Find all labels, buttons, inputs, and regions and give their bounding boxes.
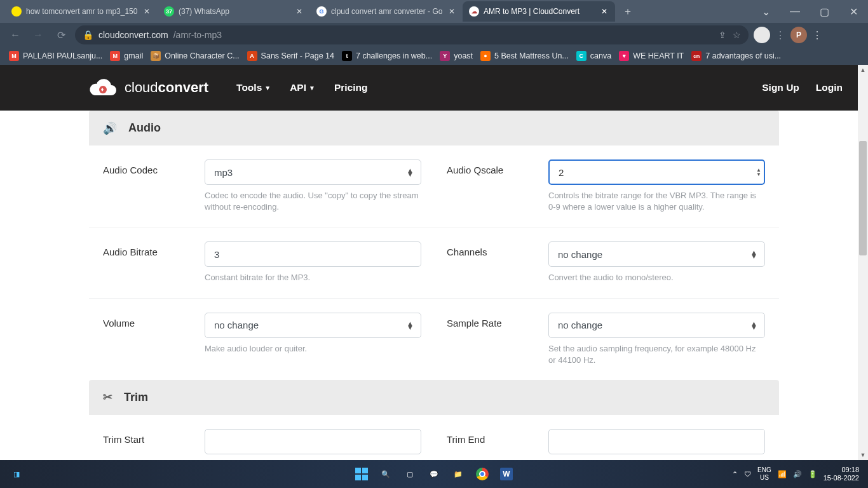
nav-pricing[interactable]: Pricing [334,82,368,93]
volume-select[interactable]: no change [205,313,421,338]
spinner-icon[interactable]: ▲▼ [756,168,761,177]
maximize-button[interactable]: ▢ [810,0,839,23]
browser-chrome: how tomconvert amr to mp3_150 ✕ 37 (37) … [0,0,868,65]
help-channels: Convert the audio to mono/stereo. [548,272,765,283]
address-bar: ← → ⟳ 🔒 cloudconvert.com/amr-to-mp3 ⇪ ☆ … [0,23,868,47]
close-icon[interactable]: ✕ [295,7,304,16]
bookmark-item[interactable]: cm7 advantages of usi... [691,51,781,61]
login-link[interactable]: Login [816,82,843,93]
site-header: cloudconvert Tools ▼ API ▼ Pricing Sign … [0,65,868,111]
svg-rect-3 [355,475,361,480]
tab-title: how tomconvert amr to mp3_150 [26,7,138,16]
forward-button[interactable]: → [29,26,47,44]
site-logo[interactable]: cloudconvert [89,78,208,98]
scissors-icon: ✂ [103,390,112,404]
scroll-thumb[interactable] [859,141,867,255]
help-volume: Make audio louder or quiter. [205,343,421,355]
word-button[interactable]: W [496,464,517,484]
help-sample-rate: Set the audio sampling frequency, for ex… [548,343,765,366]
browser-tab-2[interactable]: G clpud convert amr converter - Go ✕ [310,1,463,22]
bookmark-item[interactable]: Yyoast [440,51,473,61]
close-icon[interactable]: ✕ [600,7,609,16]
chrome-button[interactable] [472,464,492,484]
bookmark-item[interactable]: ♥WE HEART IT [619,51,684,61]
back-button[interactable]: ← [6,26,24,44]
file-explorer-button[interactable]: 📁 [448,464,468,484]
channels-select[interactable]: no change [548,241,765,267]
start-button[interactable] [351,464,372,484]
audio-qscale-input[interactable] [548,159,765,185]
profile-avatar[interactable] [754,27,770,43]
favicon-icon: 37 [164,6,174,17]
tray-chevron-icon[interactable]: ⌃ [732,470,738,478]
widgets-button[interactable]: ◨ [6,464,27,484]
sample-rate-select[interactable]: no change [548,313,765,338]
label-channels: Channels [447,241,548,283]
logo-text: cloudconvert [125,79,208,96]
tray-security-icon[interactable]: 🛡 [744,470,751,478]
label-trim-end: Trim End [447,429,548,460]
language-indicator[interactable]: ENG US [757,466,771,482]
bookmark-item[interactable]: Ccanva [576,51,611,61]
browser-tab-1[interactable]: 37 (37) WhatsApp ✕ [158,1,310,22]
trim-start-input[interactable] [205,429,421,454]
help-audio-codec: Codec to encode the audio. Use "copy" to… [205,190,421,213]
reload-button[interactable]: ⟳ [52,26,70,44]
search-button[interactable]: 🔍 [376,464,396,484]
favicon-icon: ☁ [469,6,479,17]
audio-bitrate-input[interactable] [205,241,421,267]
url-path: /amr-to-mp3 [173,30,222,40]
task-view-button[interactable]: ▢ [400,464,420,484]
wifi-icon[interactable]: 📶 [778,470,787,478]
tab-title: AMR to MP3 | CloudConvert [484,7,595,16]
bookmark-item[interactable]: ASans Serif - Page 14 [247,51,334,61]
extensions-icon[interactable]: ⋮ [775,29,785,41]
volume-icon[interactable]: 🔊 [793,470,802,478]
tab-title: clpud convert amr converter - Go [331,7,443,16]
share-icon[interactable]: ⇪ [719,30,726,40]
label-trim-start: Trim Start [103,429,205,460]
star-icon[interactable]: ☆ [733,30,741,40]
new-tab-button[interactable]: ＋ [619,3,637,20]
lock-icon: 🔒 [83,30,93,40]
audio-codec-select[interactable]: mp3 [205,159,421,185]
close-icon[interactable]: ✕ [142,7,151,16]
scroll-down-button[interactable]: ▼ [858,450,868,460]
scroll-up-button[interactable]: ▲ [858,65,868,75]
bookmark-item[interactable]: ●5 Best Mattress Un... [480,51,569,61]
label-sample-rate: Sample Rate [447,313,548,366]
label-audio-qscale: Audio Qscale [447,159,548,213]
tab-bar: how tomconvert amr to mp3_150 ✕ 37 (37) … [0,0,868,23]
help-audio-bitrate: Constant bitrate for the MP3. [205,272,421,283]
signup-link[interactable]: Sign Up [762,82,799,93]
bookmark-item[interactable]: t7 challenges in web... [342,51,432,61]
browser-tab-3[interactable]: ☁ AMR to MP3 | CloudConvert ✕ [463,1,615,22]
svg-rect-1 [355,468,361,473]
favicon-icon: G [316,6,327,17]
trim-end-input[interactable] [548,429,765,454]
menu-icon[interactable]: ⋮ [812,29,822,41]
close-button[interactable]: ✕ [839,0,868,23]
account-avatar[interactable]: P [790,27,807,43]
favicon-icon [11,6,22,17]
teams-button[interactable]: 💬 [424,464,444,484]
svg-rect-4 [362,475,368,480]
windows-taskbar: ◨ 🔍 ▢ 💬 📁 W ⌃ 🛡 ENG US 📶 🔊 🔋 09:18 15-08… [0,460,868,488]
caret-down-icon[interactable]: ⌄ [751,0,780,23]
nav-tools[interactable]: Tools ▼ [236,82,271,93]
clock[interactable]: 09:18 15-08-2022 [824,466,862,482]
browser-tab-0[interactable]: how tomconvert amr to mp3_150 ✕ [5,1,158,22]
page-scrollbar[interactable]: ▲ ▼ [858,65,868,460]
label-volume: Volume [103,313,205,366]
close-icon[interactable]: ✕ [447,7,456,16]
section-title: Audio [128,121,161,135]
url-input[interactable]: 🔒 cloudconvert.com/amr-to-mp3 ⇪ ☆ [75,25,749,44]
battery-icon[interactable]: 🔋 [808,470,817,478]
minimize-button[interactable]: ― [780,0,810,23]
nav-api[interactable]: API ▼ [290,82,315,93]
bookmark-item[interactable]: MPALLABI PAULsanju... [9,51,102,61]
tab-title: (37) WhatsApp [179,7,290,16]
bookmark-item[interactable]: Mgmail [110,51,143,61]
bookmark-item[interactable]: 📦Online Character C... [151,51,239,61]
nav-right: Sign Up Login [762,82,843,93]
